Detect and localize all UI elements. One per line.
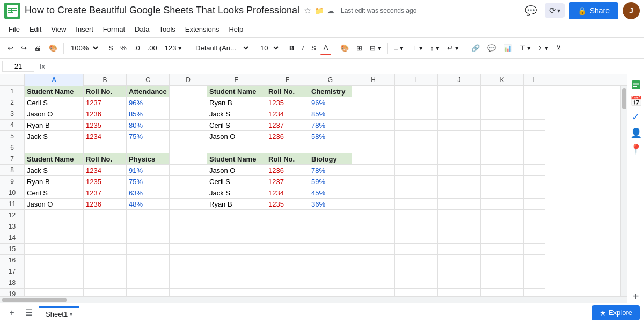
text-rotate-button[interactable]: ↕ ▾ xyxy=(427,42,443,54)
cell-I19[interactable] xyxy=(395,289,438,296)
menu-extensions[interactable]: Extensions xyxy=(181,24,224,35)
cell-G18[interactable] xyxy=(309,277,352,289)
sidebar-contacts-icon[interactable]: 👤 xyxy=(630,127,642,140)
cell-D13[interactable] xyxy=(170,221,207,232)
font-select[interactable]: Default (Ari... xyxy=(191,42,250,54)
cell-F4[interactable]: 1237 xyxy=(266,120,309,131)
chart-button[interactable]: 📊 xyxy=(500,42,515,54)
vertical-scrollbar[interactable] xyxy=(620,86,627,296)
cell-H11[interactable] xyxy=(352,199,395,210)
cell-B2[interactable]: 1237 xyxy=(84,97,127,108)
cell-E18[interactable] xyxy=(207,277,266,289)
cell-A17[interactable] xyxy=(25,266,84,277)
cell-F16[interactable] xyxy=(266,255,309,266)
cell-I4[interactable] xyxy=(395,120,438,131)
cell-J18[interactable] xyxy=(438,277,481,289)
cell-I11[interactable] xyxy=(395,199,438,210)
cell-J17[interactable] xyxy=(438,266,481,277)
cell-J19[interactable] xyxy=(438,289,481,296)
cell-B3[interactable]: 1236 xyxy=(84,108,127,120)
cell-E16[interactable] xyxy=(207,255,266,266)
cell-F3[interactable]: 1234 xyxy=(266,108,309,120)
cell-F19[interactable] xyxy=(266,289,309,296)
cell-E15[interactable] xyxy=(207,244,266,255)
cell-G9[interactable]: 59% xyxy=(309,176,352,187)
cell-A9[interactable]: Ryan B xyxy=(25,176,84,187)
borders-button[interactable]: ⊞ xyxy=(353,42,365,54)
halign-button[interactable]: ≡ ▾ xyxy=(391,42,407,54)
cell-D6[interactable] xyxy=(170,142,207,153)
cell-J11[interactable] xyxy=(438,199,481,210)
cell-H1[interactable] xyxy=(352,86,395,97)
cell-B19[interactable] xyxy=(84,289,127,296)
cell-B11[interactable]: 1236 xyxy=(84,199,127,210)
cell-H7[interactable] xyxy=(352,153,395,165)
cell-G10[interactable]: 45% xyxy=(309,187,352,199)
row-header-2[interactable]: 2 xyxy=(0,97,25,108)
cell-A6[interactable] xyxy=(25,142,84,153)
cell-L9[interactable] xyxy=(524,176,545,187)
cell-H9[interactable] xyxy=(352,176,395,187)
row-header-15[interactable]: 15 xyxy=(0,244,25,255)
cell-G6[interactable] xyxy=(309,142,352,153)
cell-L18[interactable] xyxy=(524,277,545,289)
cell-E9[interactable]: Ceril S xyxy=(207,176,266,187)
horizontal-scrollbar[interactable] xyxy=(0,296,627,303)
row-header-1[interactable]: 1 xyxy=(0,86,25,97)
cell-L1[interactable] xyxy=(524,86,545,97)
cell-L11[interactable] xyxy=(524,199,545,210)
cell-C17[interactable] xyxy=(127,266,170,277)
row-header-13[interactable]: 13 xyxy=(0,221,25,232)
cell-D18[interactable] xyxy=(170,277,207,289)
menu-data[interactable]: Data xyxy=(130,24,153,35)
cell-L6[interactable] xyxy=(524,142,545,153)
col-header-F[interactable]: F xyxy=(266,74,309,86)
cell-H16[interactable] xyxy=(352,255,395,266)
format-number-button[interactable]: 123 ▾ xyxy=(162,42,185,54)
menu-tools[interactable]: Tools xyxy=(155,24,179,35)
cell-H4[interactable] xyxy=(352,120,395,131)
cell-C3[interactable]: 85% xyxy=(127,108,170,120)
sidebar-calendar-icon[interactable]: 📅 xyxy=(630,94,642,107)
star-icon[interactable]: ☆ xyxy=(304,5,311,16)
cell-K8[interactable] xyxy=(481,165,524,176)
cell-I16[interactable] xyxy=(395,255,438,266)
cell-F5[interactable]: 1236 xyxy=(266,131,309,142)
cell-K19[interactable] xyxy=(481,289,524,296)
cell-E7[interactable]: Student Name xyxy=(207,153,266,165)
sidebar-maps-icon[interactable]: 📍 xyxy=(630,143,642,156)
cell-C9[interactable]: 75% xyxy=(127,176,170,187)
decimal-decrease-button[interactable]: .0 xyxy=(131,42,143,54)
menu-help[interactable]: Help xyxy=(224,24,247,35)
cell-E5[interactable]: Jason O xyxy=(207,131,266,142)
cell-J4[interactable] xyxy=(438,120,481,131)
cell-J14[interactable] xyxy=(438,232,481,244)
col-header-G[interactable]: G xyxy=(309,74,352,86)
row-header-5[interactable]: 5 xyxy=(0,131,25,142)
cell-E8[interactable]: Jason O xyxy=(207,165,266,176)
cell-G4[interactable]: 78% xyxy=(309,120,352,131)
cell-G8[interactable]: 78% xyxy=(309,165,352,176)
filter-button[interactable]: ⊤ ▾ xyxy=(516,42,535,54)
cell-I18[interactable] xyxy=(395,277,438,289)
cell-C6[interactable] xyxy=(127,142,170,153)
row-header-8[interactable]: 8 xyxy=(0,165,25,176)
cell-K15[interactable] xyxy=(481,244,524,255)
sum-button[interactable]: Σ ▾ xyxy=(535,42,552,54)
cell-K10[interactable] xyxy=(481,187,524,199)
col-header-K[interactable]: K xyxy=(481,74,524,86)
cell-C4[interactable]: 80% xyxy=(127,120,170,131)
sidebar-sheets-icon[interactable] xyxy=(630,78,642,91)
cell-L10[interactable] xyxy=(524,187,545,199)
col-header-A[interactable]: A xyxy=(25,74,84,86)
cell-C12[interactable] xyxy=(127,210,170,221)
cell-J7[interactable] xyxy=(438,153,481,165)
cell-J13[interactable] xyxy=(438,221,481,232)
cell-H19[interactable] xyxy=(352,289,395,296)
document-title[interactable]: How to Create Beautiful Google Sheets Th… xyxy=(25,5,299,16)
col-header-B[interactable]: B xyxy=(84,74,127,86)
cell-H2[interactable] xyxy=(352,97,395,108)
print-button[interactable]: 🖨 xyxy=(31,42,45,54)
cloud-sync-icon[interactable]: ☁ xyxy=(327,6,334,15)
cell-J1[interactable] xyxy=(438,86,481,97)
